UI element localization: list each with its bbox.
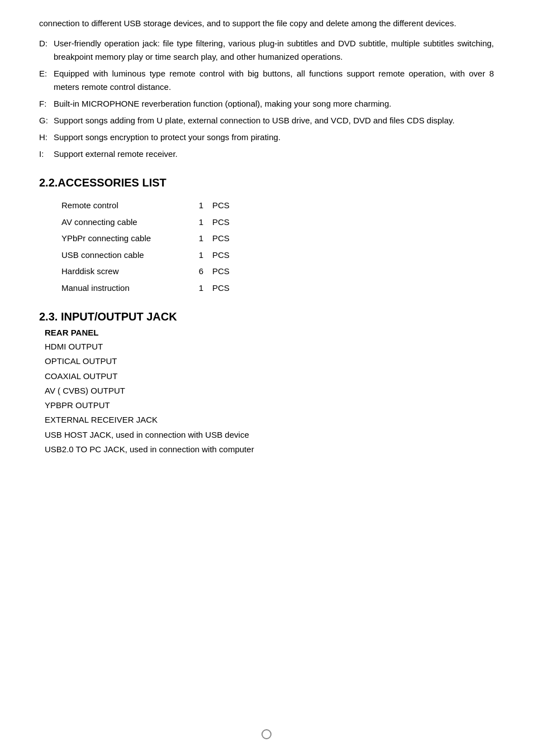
accessory-row: AV connecting cable1PCS — [61, 215, 494, 229]
jack-item: YPBPR OUTPUT — [45, 398, 494, 413]
feature-item: E:Equipped with luminous type remote con… — [39, 67, 494, 94]
jack-item: USB HOST JACK, used in connection with U… — [45, 428, 494, 442]
accessories-title: 2.2.ACCESSORIES LIST — [39, 176, 494, 189]
intro-paragraph: connection to different USB storage devi… — [39, 17, 494, 30]
accessory-unit: PCS — [212, 215, 230, 229]
accessory-unit: PCS — [212, 231, 230, 246]
accessory-name: YPbPr connecting cable — [61, 231, 190, 246]
jack-item: COAXIAL OUTPUT — [45, 369, 494, 384]
feature-item: D:User-friendly operation jack: file typ… — [39, 37, 494, 64]
feature-text: User-friendly operation jack: file type … — [54, 37, 494, 64]
feature-item: I:Support external remote receiver. — [39, 147, 494, 161]
accessory-unit: PCS — [212, 198, 230, 213]
feature-text: Support external remote receiver. — [54, 147, 494, 161]
accessory-row: Harddisk screw6PCS — [61, 264, 494, 279]
feature-text: Built-in MICROPHONE reverberation functi… — [54, 97, 494, 111]
feature-text: Support songs encryption to protect your… — [54, 131, 494, 144]
accessory-qty: 1 — [190, 215, 212, 229]
accessory-row: Remote control1PCS — [61, 198, 494, 213]
rear-panel-label: REAR PANEL — [45, 328, 494, 337]
io-title: 2.3. INPUT/OUTPUT JACK — [39, 310, 494, 323]
jack-item: OPTICAL OUTPUT — [45, 354, 494, 369]
feature-item: F:Built-in MICROPHONE reverberation func… — [39, 97, 494, 111]
feature-item: G:Support songs adding from U plate, ext… — [39, 114, 494, 127]
feature-list: D:User-friendly operation jack: file typ… — [39, 37, 494, 161]
feature-text: Equipped with luminous type remote contr… — [54, 67, 494, 94]
accessory-row: YPbPr connecting cable1PCS — [61, 231, 494, 246]
jack-item: EXTERNAL RECEIVER JACK — [45, 413, 494, 427]
jack-item: HDMI OUTPUT — [45, 339, 494, 354]
accessory-qty: 1 — [190, 198, 212, 213]
feature-label: H: — [39, 131, 54, 144]
accessory-name: Remote control — [61, 198, 190, 213]
jack-list: HDMI OUTPUTOPTICAL OUTPUTCOAXIAL OUTPUTA… — [45, 339, 494, 457]
feature-label: I: — [39, 147, 54, 161]
page-container: connection to different USB storage devi… — [0, 0, 533, 490]
accessory-unit: PCS — [212, 281, 230, 295]
feature-label: F: — [39, 97, 54, 111]
section-io: 2.3. INPUT/OUTPUT JACK REAR PANEL HDMI O… — [39, 310, 494, 457]
accessory-row: USB connection cable1PCS — [61, 248, 494, 262]
accessory-qty: 1 — [190, 281, 212, 295]
accessory-name: USB connection cable — [61, 248, 190, 262]
feature-label: E: — [39, 67, 54, 94]
accessory-name: Harddisk screw — [61, 264, 190, 279]
feature-label: G: — [39, 114, 54, 127]
accessory-unit: PCS — [212, 264, 230, 279]
accessory-qty: 6 — [190, 264, 212, 279]
accessory-unit: PCS — [212, 248, 230, 262]
jack-item: USB2.0 TO PC JACK, used in connection wi… — [45, 442, 494, 457]
feature-label: D: — [39, 37, 54, 64]
section-accessories: 2.2.ACCESSORIES LIST Remote control1PCSA… — [39, 176, 494, 295]
accessory-name: AV connecting cable — [61, 215, 190, 229]
feature-text: Support songs adding from U plate, exter… — [54, 114, 494, 127]
page-indicator — [261, 729, 272, 739]
accessory-name: Manual instruction — [61, 281, 190, 295]
accessory-qty: 1 — [190, 231, 212, 246]
jack-item: AV ( CVBS) OUTPUT — [45, 384, 494, 398]
accessory-row: Manual instruction1PCS — [61, 281, 494, 295]
accessory-qty: 1 — [190, 248, 212, 262]
feature-item: H:Support songs encryption to protect yo… — [39, 131, 494, 144]
accessories-table: Remote control1PCSAV connecting cable1PC… — [61, 198, 494, 295]
